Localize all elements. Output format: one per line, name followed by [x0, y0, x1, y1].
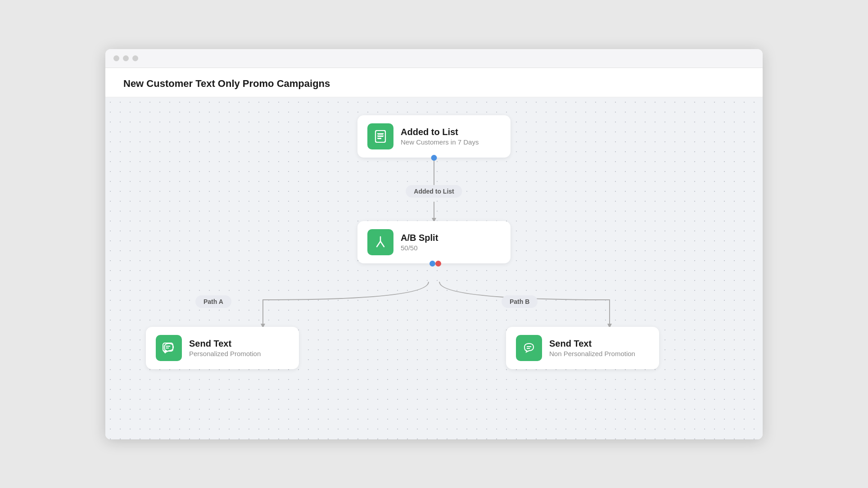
ab-split-icon [367, 229, 393, 255]
send-text-left-icon [156, 335, 182, 361]
trigger-title: Added to List [401, 127, 479, 137]
ab-split-title: A/B Split [401, 233, 438, 243]
window-dot-3 [132, 55, 138, 61]
window-dot-1 [113, 55, 119, 61]
send-text-left-subtitle: Personalized Promotion [189, 350, 261, 357]
trigger-text: Added to List New Customers in 7 Days [401, 127, 479, 146]
ab-split-subtitle: 50/50 [401, 244, 438, 252]
trigger-node[interactable]: Added to List New Customers in 7 Days [357, 115, 511, 158]
send-text-right-title: Send Text [549, 339, 635, 349]
window-dot-2 [123, 55, 129, 61]
page-title: New Customer Text Only Promo Campaigns [123, 78, 330, 89]
trigger-icon [367, 123, 393, 149]
svg-line-15 [380, 241, 384, 247]
titlebar [105, 49, 763, 68]
trigger-connector-dot [431, 155, 437, 161]
page-header: New Customer Text Only Promo Campaigns [105, 68, 763, 97]
flow-canvas: Added to List New Customers in 7 Days Ad… [105, 97, 763, 439]
ab-split-path-b-dot [435, 261, 441, 267]
ab-split-node[interactable]: A/B Split 50/50 [357, 221, 511, 263]
trigger-subtitle: New Customers in 7 Days [401, 138, 479, 146]
send-text-left-title: Send Text [189, 339, 261, 349]
send-text-left-text: Send Text Personalized Promotion [189, 339, 261, 357]
send-text-right-icon [516, 335, 542, 361]
ab-split-path-a-dot [429, 261, 435, 267]
send-text-right-text: Send Text Non Personalized Promotion [549, 339, 635, 357]
ab-split-text: A/B Split 50/50 [401, 233, 438, 252]
send-text-right-node[interactable]: Send Text Non Personalized Promotion [506, 327, 659, 369]
send-text-left-node[interactable]: Send Text Personalized Promotion [146, 327, 299, 369]
trigger-event-label: Added to List [406, 185, 462, 198]
svg-line-14 [377, 241, 380, 247]
app-window: New Customer Text Only Promo Campaigns [105, 49, 763, 439]
path-a-label: Path A [195, 295, 231, 308]
path-b-label: Path B [502, 295, 538, 308]
send-text-right-subtitle: Non Personalized Promotion [549, 350, 635, 357]
